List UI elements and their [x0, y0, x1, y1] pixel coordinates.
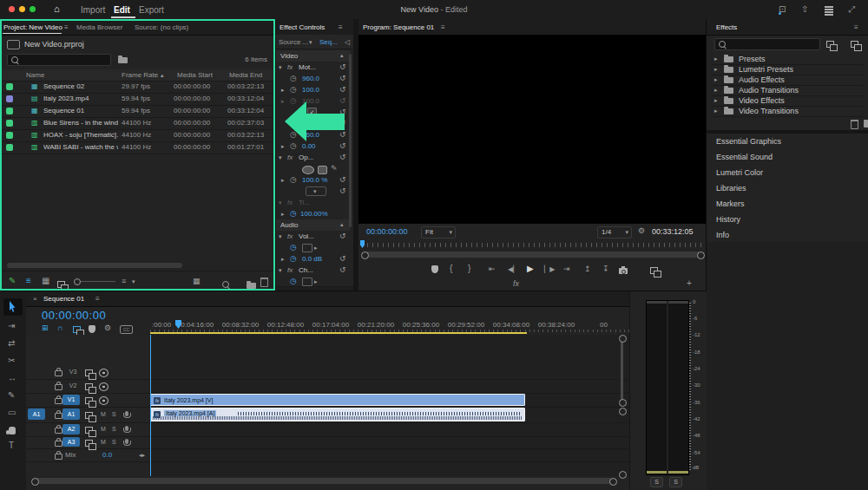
pen-mask-icon[interactable]: ✎: [331, 164, 338, 173]
track-label-active[interactable]: A2: [62, 424, 80, 434]
tab-edit[interactable]: Edit: [114, 5, 130, 15]
global-fx-mute-button[interactable]: fx: [513, 279, 519, 288]
solo-button[interactable]: S: [112, 426, 116, 432]
share-icon[interactable]: ⇧: [801, 4, 808, 14]
effect-name[interactable]: Op...: [299, 154, 313, 161]
filter-accelerated-icon[interactable]: [826, 41, 834, 48]
twirl-icon[interactable]: ▾: [279, 64, 282, 71]
rect-mask-icon[interactable]: [318, 166, 327, 174]
reset-icon[interactable]: ↺: [339, 85, 346, 94]
col-media-end[interactable]: Media End: [229, 71, 262, 79]
track-resize-knob[interactable]: [619, 335, 627, 343]
scrollbar-left-knob[interactable]: [31, 478, 39, 486]
mute-button[interactable]: M: [101, 411, 106, 417]
ripple-edit-tool[interactable]: ⇄: [8, 338, 15, 348]
scrollbar-right-knob[interactable]: [697, 252, 705, 259]
tab-program[interactable]: Program: Sequence 01: [363, 23, 434, 31]
stopwatch-icon[interactable]: ◷: [290, 209, 297, 218]
panel-header-libraries[interactable]: Libraries: [707, 180, 868, 196]
zoom-level-dropdown[interactable]: Fit ▾: [421, 226, 456, 238]
blend-mode-dropdown[interactable]: ▾: [306, 186, 326, 196]
sync-lock-icon[interactable]: [85, 440, 93, 447]
folder-label[interactable]: Audio Effects: [739, 75, 785, 84]
work-area-bar[interactable]: [150, 332, 527, 334]
mute-button[interactable]: M: [101, 426, 106, 432]
search-in-bin-icon[interactable]: [118, 57, 128, 63]
solo-left-button[interactable]: S: [650, 477, 663, 487]
sync-lock-icon[interactable]: [85, 383, 93, 390]
volume-level-row[interactable]: ▸ ◷ 0.0 dB ↺: [276, 253, 350, 265]
track-resize-knob[interactable]: [619, 471, 627, 479]
delete-effects-icon[interactable]: [851, 120, 858, 129]
program-scrollbar[interactable]: [364, 252, 700, 258]
tab-effect-controls[interactable]: Effect Controls: [279, 23, 325, 31]
table-row[interactable]: ▥ WABI SABI - watch the wave 44100 Hz 00…: [0, 141, 275, 154]
mute-button[interactable]: M: [101, 439, 106, 445]
row-name[interactable]: Sequence 01: [43, 107, 118, 114]
trash-icon[interactable]: [260, 278, 268, 287]
track-select-forward-tool[interactable]: ⇥: [8, 321, 15, 330]
source-patch-a1[interactable]: A1: [28, 408, 45, 420]
tab-import[interactable]: Import: [81, 5, 105, 15]
fx-volume-row[interactable]: ▾ fx Vol... ↺: [276, 231, 350, 242]
reset-icon[interactable]: ↺: [339, 254, 346, 263]
rectangle-tool[interactable]: ▭: [8, 408, 16, 417]
track-label[interactable]: V2: [66, 382, 80, 389]
param-value[interactable]: 100.0 %: [302, 176, 327, 184]
track-v3[interactable]: V3: [26, 365, 629, 380]
track-label-active[interactable]: A3: [62, 437, 80, 447]
stopwatch-icon[interactable]: ◷: [290, 74, 297, 82]
freeform-view-icon[interactable]: [57, 281, 65, 288]
sync-lock-icon[interactable]: [85, 412, 93, 419]
find-icon[interactable]: [222, 281, 229, 288]
track-label[interactable]: V3: [66, 369, 80, 375]
table-row[interactable]: ▦ Sequence 02 29.97 fps 00:00:00:00 00:0…: [0, 81, 275, 94]
program-video-viewport[interactable]: [358, 35, 706, 224]
fx-opacity-row[interactable]: ▾ fx Op... ↺: [276, 152, 350, 163]
new-custom-bin-icon[interactable]: [864, 121, 868, 127]
effect-name[interactable]: Vol...: [299, 232, 314, 240]
scrollbar-left-knob[interactable]: [361, 252, 369, 259]
panel-header-lumetri-color[interactable]: Lumetri Color: [707, 164, 868, 180]
timeline-menu-icon[interactable]: ≡: [95, 295, 100, 303]
folder-label[interactable]: Video Transitions: [739, 107, 799, 115]
param-value[interactable]: 100.00%: [300, 210, 328, 218]
chevron-right-icon[interactable]: ▸: [714, 108, 718, 114]
panel-header-essential-sound[interactable]: Essential Sound: [707, 148, 868, 165]
tab-effects[interactable]: Effects: [716, 23, 737, 31]
project-search-input[interactable]: [7, 54, 111, 66]
playback-resolution-dropdown[interactable]: 1/4 ▾: [597, 226, 632, 238]
chevron-right-icon[interactable]: ▸: [714, 87, 718, 94]
label-chip[interactable]: [6, 120, 13, 127]
voiceover-mic-icon[interactable]: [125, 411, 128, 416]
add-marker-icon[interactable]: [431, 265, 438, 273]
tab-project[interactable]: Project: New Video: [3, 23, 62, 31]
goto-in-icon[interactable]: ⇤: [489, 265, 496, 273]
collapse-icon[interactable]: ▴: [340, 52, 344, 59]
lock-icon[interactable]: [55, 454, 62, 460]
twirl-icon[interactable]: ▸: [281, 177, 285, 184]
row-name[interactable]: HOAX - soju [Thematic].mp3: [43, 131, 118, 139]
lock-icon[interactable]: [55, 428, 62, 434]
timeline-timecode[interactable]: 00:00:00:00: [42, 309, 106, 322]
twirl-icon[interactable]: ▸: [281, 211, 285, 218]
timeline-hscrollbar[interactable]: [35, 478, 613, 484]
step-forward-icon[interactable]: ▏▶: [544, 265, 555, 273]
hand-tool[interactable]: [9, 427, 16, 434]
stopwatch-icon[interactable]: ◷: [290, 85, 297, 94]
solo-button[interactable]: S: [112, 411, 116, 417]
program-menu-icon[interactable]: ≡: [441, 23, 445, 31]
stopwatch-icon[interactable]: ◷: [290, 175, 297, 184]
stopwatch-icon[interactable]: ◷: [290, 243, 297, 252]
video-section-header[interactable]: Video ▴: [276, 50, 350, 62]
row-name[interactable]: WABI SABI - watch the wave: [43, 143, 118, 151]
track-output-eye-icon[interactable]: [99, 396, 108, 405]
effect-name[interactable]: Ch...: [299, 266, 313, 274]
mark-in-icon[interactable]: {: [450, 264, 452, 273]
track-v2[interactable]: V2: [26, 379, 629, 394]
effects-menu-icon[interactable]: ≡: [854, 23, 858, 31]
speaker-icon[interactable]: ◁: [345, 38, 350, 46]
type-tool[interactable]: T: [9, 441, 14, 450]
reset-icon[interactable]: ↺: [339, 175, 346, 184]
row-name[interactable]: Sequence 02: [43, 82, 118, 90]
